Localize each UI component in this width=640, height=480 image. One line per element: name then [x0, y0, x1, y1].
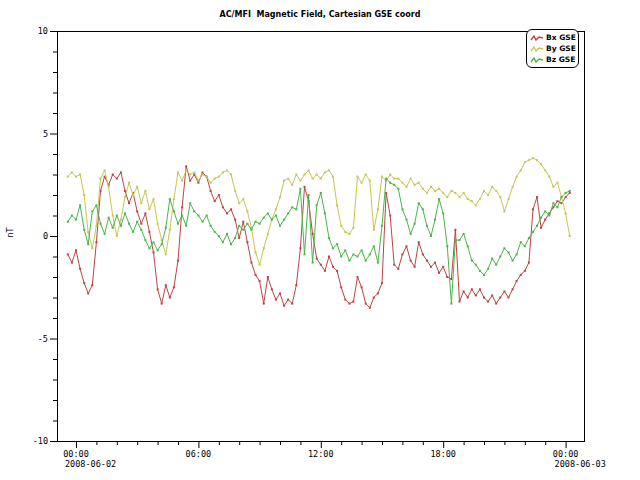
data-point-marker	[283, 305, 285, 307]
data-point-marker	[410, 178, 412, 180]
data-point-marker	[250, 262, 252, 264]
data-point-marker	[181, 180, 183, 182]
data-point-marker	[548, 215, 550, 217]
data-point-marker	[503, 210, 505, 212]
data-point-marker	[112, 215, 114, 217]
data-point-marker	[206, 215, 208, 217]
data-point-marker	[528, 159, 530, 161]
data-point-marker	[332, 176, 334, 178]
data-point-marker	[348, 260, 350, 262]
data-point-marker	[561, 196, 563, 198]
data-point-marker	[144, 239, 146, 241]
data-point-marker	[312, 178, 314, 180]
data-point-marker	[373, 245, 375, 247]
data-point-marker	[540, 163, 542, 165]
y-tick-label: -5	[38, 334, 48, 344]
data-point-marker	[193, 171, 195, 173]
x-tick-label: 00:00	[553, 449, 579, 459]
data-point-marker	[442, 192, 444, 194]
data-point-marker	[438, 188, 440, 190]
data-point-marker	[406, 219, 408, 221]
data-point-marker	[491, 186, 493, 188]
data-point-marker	[91, 284, 93, 286]
data-point-marker	[95, 225, 97, 227]
data-point-marker	[230, 243, 232, 245]
data-point-marker	[499, 297, 501, 299]
data-point-marker	[352, 301, 354, 303]
data-point-marker	[377, 262, 379, 264]
y-tick-label: -10	[33, 436, 48, 446]
series-by-gse	[67, 157, 571, 266]
data-point-marker	[328, 237, 330, 239]
bz-line-sample-icon	[530, 56, 544, 64]
data-point-marker	[263, 217, 265, 219]
data-point-marker	[524, 270, 526, 272]
tick-labels: 1050-5-1000:002008-06-0206:0012:0018:000…	[33, 26, 606, 469]
data-point-marker	[267, 233, 269, 235]
data-point-marker	[540, 217, 542, 219]
data-point-marker	[532, 157, 534, 159]
data-point-marker	[136, 186, 138, 188]
x-tick-label: 18:00	[430, 449, 456, 459]
data-point-marker	[169, 297, 171, 299]
data-point-marker	[450, 190, 452, 192]
data-point-marker	[112, 174, 114, 176]
data-point-marker	[389, 215, 391, 217]
data-point-marker	[414, 184, 416, 186]
data-point-marker	[157, 223, 159, 225]
data-point-marker	[116, 215, 118, 217]
data-point-marker	[316, 174, 318, 176]
data-point-marker	[495, 264, 497, 266]
data-point-marker	[344, 299, 346, 301]
data-point-marker	[124, 190, 126, 192]
data-point-marker	[361, 249, 363, 251]
data-point-marker	[410, 260, 412, 262]
data-point-marker	[442, 212, 444, 214]
y-tick-label: 0	[43, 231, 48, 241]
data-point-marker	[430, 235, 432, 237]
data-point-marker	[132, 194, 134, 196]
data-point-marker	[418, 202, 420, 204]
data-point-marker	[267, 276, 269, 278]
data-point-marker	[291, 184, 293, 186]
data-point-marker	[414, 223, 416, 225]
data-point-marker	[381, 225, 383, 227]
x-tick-label: 00:00	[63, 449, 89, 459]
data-point-marker	[397, 188, 399, 190]
data-point-marker	[144, 212, 146, 214]
data-point-marker	[308, 169, 310, 171]
data-point-marker	[116, 235, 118, 237]
x-date-label: 2008-06-03	[555, 459, 606, 469]
data-point-marker	[255, 274, 257, 276]
chart-window: AC/MFI Magnetic Field, Cartesian GSE coo…	[0, 0, 640, 480]
data-point-marker	[516, 253, 518, 255]
data-point-marker	[467, 245, 469, 247]
bx-line-sample-icon	[530, 34, 544, 42]
data-point-marker	[185, 169, 187, 171]
data-point-marker	[79, 268, 81, 270]
data-point-marker	[75, 219, 77, 221]
data-point-marker	[328, 169, 330, 171]
data-point-marker	[487, 268, 489, 270]
data-point-marker	[463, 290, 465, 292]
data-point-marker	[454, 229, 456, 231]
data-point-marker	[71, 262, 73, 264]
data-point-marker	[569, 192, 571, 194]
data-point-marker	[512, 260, 514, 262]
data-point-marker	[406, 245, 408, 247]
data-point-marker	[210, 182, 212, 184]
data-point-marker	[316, 258, 318, 260]
data-point-marker	[153, 241, 155, 243]
data-point-marker	[512, 288, 514, 290]
data-point-marker	[67, 253, 69, 255]
data-point-marker	[393, 264, 395, 266]
x-date-label: 2008-06-02	[65, 459, 116, 469]
data-point-marker	[169, 198, 171, 200]
data-point-marker	[173, 210, 175, 212]
data-point-marker	[373, 229, 375, 231]
data-point-marker	[259, 280, 261, 282]
data-point-marker	[181, 215, 183, 217]
data-point-marker	[467, 198, 469, 200]
data-point-marker	[336, 243, 338, 245]
data-point-marker	[324, 270, 326, 272]
